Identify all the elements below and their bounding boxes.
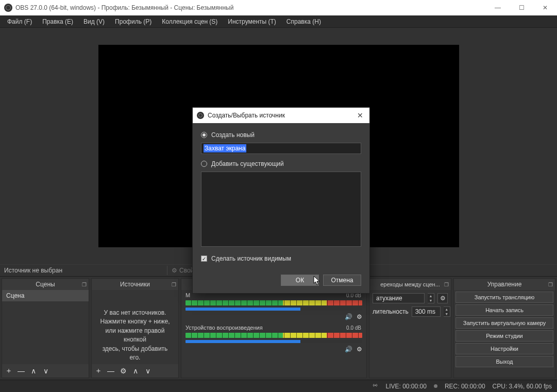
- checkbox-icon: ✓: [201, 255, 207, 262]
- menu-view[interactable]: Вид (V): [78, 17, 110, 26]
- create-source-dialog: Создать/Выбрать источник ✕ Создать новый…: [192, 107, 370, 294]
- minimize-button[interactable]: —: [486, 0, 510, 15]
- source-settings-button[interactable]: ⚙: [119, 366, 128, 376]
- source-down-button[interactable]: ∨: [143, 366, 153, 376]
- exit-button[interactable]: Выход: [455, 356, 553, 367]
- menu-help[interactable]: Справка (H): [281, 17, 326, 26]
- virtual-camera-button[interactable]: Запустить виртуальную камеру: [455, 317, 553, 329]
- maximize-button[interactable]: ☐: [510, 0, 533, 15]
- speaker-icon[interactable]: 🔊: [345, 313, 352, 320]
- mixer-body: М 0.0 dB 🔊 ⚙ Устройство воспроизведения …: [181, 290, 366, 378]
- sources-empty: У вас нет источников. Нажмите кнопку + н…: [92, 290, 178, 364]
- remove-source-button[interactable]: —: [106, 366, 115, 376]
- scene-item[interactable]: Сцена: [2, 290, 89, 301]
- controls-panel: Управление ❐ Запустить трансляцию Начать…: [453, 278, 555, 378]
- radio-icon: [201, 132, 207, 138]
- dialog-buttons: ОК Отмена: [193, 270, 369, 293]
- menu-profile[interactable]: Профиль (P): [110, 17, 157, 26]
- app-icon: [197, 112, 204, 119]
- duration-input[interactable]: 300 ms: [412, 306, 441, 317]
- detach-icon[interactable]: ❐: [172, 282, 176, 287]
- add-existing-radio[interactable]: Добавить существующий: [201, 160, 361, 167]
- no-source-label: Источник не выбран: [4, 267, 62, 274]
- gear-icon: ⚙: [172, 267, 177, 274]
- transitions-panel: ереходы между сцен... ❐ атухание ▲▼ ⚙ ли…: [369, 278, 451, 378]
- radio-icon: [201, 161, 207, 167]
- live-status: LIVE: 00:00:00: [385, 383, 426, 390]
- scenes-list[interactable]: Сцена: [2, 290, 89, 364]
- sources-panel: Источники ❐ У вас нет источников. Нажмит…: [91, 278, 179, 378]
- close-button[interactable]: ✕: [533, 0, 557, 15]
- detach-icon[interactable]: ❐: [82, 282, 87, 287]
- audio-meter: [185, 300, 362, 305]
- scenes-footer: ＋ — ∧ ∨: [2, 364, 89, 378]
- sources-list[interactable]: У вас нет источников. Нажмите кнопку + н…: [92, 290, 178, 364]
- window-controls: — ☐ ✕: [486, 0, 557, 15]
- duration-spin[interactable]: ▲▼: [444, 306, 450, 317]
- ok-button[interactable]: ОК: [281, 275, 319, 286]
- studio-mode-button[interactable]: Режим студии: [455, 330, 553, 342]
- transitions-header[interactable]: ереходы между сцен... ❐: [369, 279, 451, 290]
- gear-icon[interactable]: ⚙: [357, 346, 362, 353]
- menu-tools[interactable]: Инструменты (T): [223, 17, 281, 26]
- sources-header[interactable]: Источники ❐: [92, 279, 178, 290]
- rec-status: REC: 00:00:00: [445, 383, 485, 390]
- source-name-input[interactable]: Захват экрана: [201, 143, 361, 154]
- dialog-body: Создать новый Захват экрана Добавить сущ…: [193, 123, 369, 270]
- dialog-close-button[interactable]: ✕: [355, 111, 365, 120]
- add-source-button[interactable]: ＋: [94, 366, 103, 376]
- volume-slider[interactable]: [185, 308, 362, 311]
- scene-down-button[interactable]: ∨: [41, 366, 50, 376]
- titlebar: OBS 27.0.0 (64-bit, windows) - Профиль: …: [0, 0, 557, 15]
- settings-button[interactable]: Настройки: [455, 343, 553, 354]
- dialog-title: Создать/Выбрать источник: [208, 112, 285, 119]
- menu-file[interactable]: Файл (F): [2, 17, 37, 26]
- speaker-icon[interactable]: 🔊: [345, 346, 352, 353]
- controls-header[interactable]: Управление ❐: [454, 279, 555, 290]
- audio-meter: [185, 333, 362, 338]
- bottom-statusbar: LIVE: 00:00:00 REC: 00:00:00 CPU: 3.4%, …: [0, 380, 557, 392]
- cancel-button[interactable]: Отмена: [323, 275, 361, 286]
- cpu-status: CPU: 3.4%, 60.00 fps: [493, 383, 552, 390]
- source-up-button[interactable]: ∧: [131, 366, 140, 376]
- mixer-track-1: М 0.0 dB 🔊 ⚙: [181, 290, 366, 322]
- broadcast-icon: [372, 382, 378, 390]
- svg-point-0: [375, 385, 376, 386]
- rec-dot-icon: [434, 384, 437, 388]
- separator: [167, 266, 167, 275]
- menu-scene-collection[interactable]: Коллекция сцен (S): [157, 17, 223, 26]
- detach-icon[interactable]: ❐: [548, 282, 553, 287]
- transition-settings[interactable]: ⚙: [437, 293, 448, 303]
- remove-scene-button[interactable]: —: [16, 366, 26, 376]
- make-visible-checkbox[interactable]: ✓ Сделать источник видимым: [201, 255, 361, 262]
- existing-sources-list[interactable]: [201, 172, 361, 247]
- sources-footer: ＋ — ⚙ ∧ ∨: [92, 364, 178, 378]
- add-scene-button[interactable]: ＋: [4, 366, 13, 376]
- transition-select[interactable]: атухание: [373, 293, 425, 303]
- scene-up-button[interactable]: ∧: [29, 366, 38, 376]
- volume-slider[interactable]: [185, 340, 362, 343]
- menubar: Файл (F) Правка (E) Вид (V) Профиль (P) …: [0, 15, 557, 28]
- detach-icon[interactable]: ❐: [444, 282, 449, 287]
- app-icon: [4, 4, 12, 12]
- transition-spin[interactable]: ▲▼: [428, 293, 434, 303]
- menu-edit[interactable]: Правка (E): [37, 17, 78, 26]
- controls-body: Запустить трансляцию Начать запись Запус…: [454, 290, 555, 378]
- window-title: OBS 27.0.0 (64-bit, windows) - Профиль: …: [15, 4, 233, 11]
- start-stream-button[interactable]: Запустить трансляцию: [455, 292, 553, 303]
- dialog-titlebar[interactable]: Создать/Выбрать источник ✕: [193, 108, 369, 123]
- create-new-radio[interactable]: Создать новый: [201, 131, 361, 139]
- gear-icon[interactable]: ⚙: [357, 313, 362, 320]
- mixer-track-2: Устройство воспроизведения 0.0 dB 🔊 ⚙: [181, 322, 366, 355]
- start-record-button[interactable]: Начать запись: [455, 304, 553, 316]
- scenes-panel: Сцены ❐ Сцена ＋ — ∧ ∨: [2, 278, 89, 378]
- transitions-body: атухание ▲▼ ⚙ лительность 300 ms ▲▼: [369, 290, 451, 378]
- scenes-header[interactable]: Сцены ❐: [2, 279, 89, 290]
